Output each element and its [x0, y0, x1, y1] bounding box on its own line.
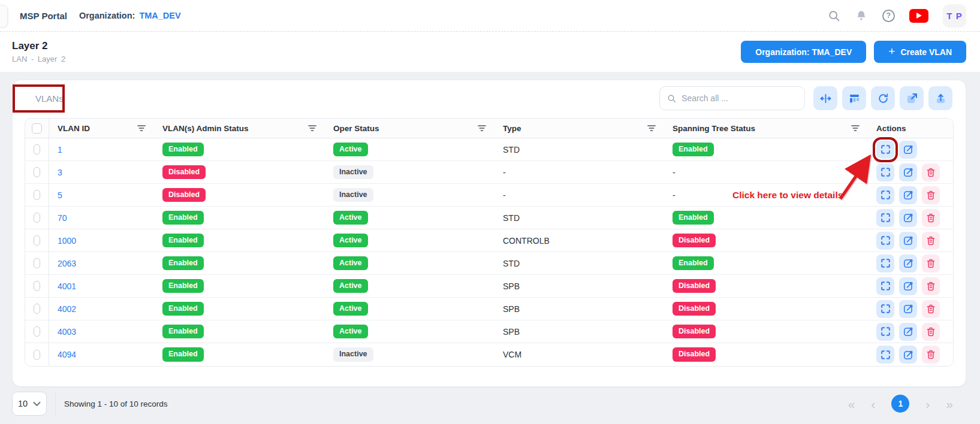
help-icon[interactable]: ? [882, 10, 895, 22]
edit-button[interactable] [899, 186, 917, 204]
column-header-spanning-tree[interactable]: Spanning Tree Status [664, 119, 868, 138]
view-details-button[interactable] [876, 277, 894, 295]
view-details-button[interactable] [876, 346, 894, 364]
export-button[interactable] [928, 86, 952, 110]
view-details-button[interactable] [876, 300, 894, 318]
edit-button[interactable] [899, 300, 917, 318]
view-details-button[interactable] [876, 141, 894, 159]
search-input[interactable] [682, 93, 797, 103]
vlan-id-link[interactable]: 1 [58, 145, 62, 155]
edit-button[interactable] [899, 141, 917, 159]
column-header-vlan-id[interactable]: VLAN ID [49, 119, 154, 138]
edit-button[interactable] [899, 232, 917, 250]
view-details-button[interactable] [876, 232, 894, 250]
vlan-id-link[interactable]: 5 [58, 190, 62, 200]
column-chooser-button[interactable] [842, 86, 866, 110]
vlan-id-link[interactable]: 4003 [58, 327, 76, 337]
edit-icon [903, 326, 914, 337]
plus-icon: + [888, 46, 895, 57]
row-checkbox[interactable] [34, 281, 40, 291]
filter-icon[interactable] [308, 125, 316, 132]
row-checkbox[interactable] [34, 190, 40, 200]
youtube-icon[interactable] [909, 9, 928, 23]
edit-button[interactable] [899, 346, 917, 364]
row-checkbox[interactable] [34, 350, 40, 360]
delete-button[interactable] [922, 186, 940, 204]
vlan-id-link[interactable]: 4001 [58, 281, 76, 291]
row-checkbox[interactable] [34, 304, 40, 314]
oper-status-badge: Inactive [333, 188, 373, 202]
view-details-button[interactable] [876, 323, 894, 341]
edit-button[interactable] [899, 209, 917, 227]
prev-page-button[interactable]: ‹ [871, 398, 875, 410]
view-details-button[interactable] [876, 186, 894, 204]
vlan-id-link[interactable]: 70 [58, 213, 67, 223]
view-details-button[interactable] [876, 209, 894, 227]
filter-icon[interactable] [478, 125, 486, 132]
avatar[interactable]: T P [943, 4, 966, 28]
sidebar-toggle-handle[interactable] [0, 5, 8, 28]
vlan-id-link[interactable]: 2063 [58, 259, 76, 268]
last-page-button[interactable]: » [946, 398, 953, 410]
type-value: - [503, 190, 506, 200]
column-header-oper-status[interactable]: Oper Status [325, 119, 494, 138]
table-row: 3 Disabled Inactive - - [25, 161, 953, 184]
row-checkbox[interactable] [34, 258, 40, 268]
trash-icon [925, 167, 936, 178]
expand-icon [880, 166, 891, 178]
filter-icon[interactable] [851, 125, 860, 132]
page-size-select[interactable]: 10 [12, 392, 47, 416]
edit-button[interactable] [899, 163, 917, 181]
edit-icon [903, 235, 914, 246]
view-details-button[interactable] [876, 163, 894, 181]
row-checkbox[interactable] [34, 144, 40, 155]
type-value: SPB [503, 327, 520, 337]
delete-button[interactable] [922, 255, 940, 272]
admin-status-badge: Enabled [162, 302, 204, 316]
refresh-button[interactable] [871, 86, 895, 110]
org-value-link[interactable]: TMA_DEV [139, 11, 180, 20]
tab-vlans[interactable]: VLANs [23, 86, 77, 112]
vlan-id-link[interactable]: 4002 [58, 304, 76, 314]
row-checkbox[interactable] [34, 167, 40, 177]
search-icon[interactable] [827, 9, 840, 22]
create-vlan-button[interactable]: + Create VLAN [874, 41, 966, 63]
delete-button[interactable] [922, 209, 940, 227]
row-checkbox[interactable] [34, 213, 40, 223]
first-page-button[interactable]: « [848, 398, 855, 410]
title-block: Layer 2 LAN - Layer 2 [12, 40, 65, 63]
edit-button[interactable] [899, 255, 917, 272]
current-page-button[interactable]: 1 [891, 395, 909, 413]
vlan-id-link[interactable]: 4094 [58, 350, 76, 359]
organization-button[interactable]: Organization: TMA_DEV [741, 41, 866, 63]
oper-status-badge: Active [333, 325, 368, 339]
column-header-type[interactable]: Type [494, 119, 664, 138]
delete-button[interactable] [922, 346, 940, 364]
edit-button[interactable] [899, 277, 917, 295]
open-in-new-button[interactable] [900, 86, 924, 110]
delete-button[interactable] [922, 300, 940, 318]
next-page-button[interactable]: › [925, 398, 930, 410]
expand-icon [880, 235, 891, 246]
filter-icon[interactable] [137, 125, 146, 132]
row-checkbox[interactable] [34, 235, 40, 246]
vlan-id-link[interactable]: 1000 [58, 236, 76, 246]
delete-button[interactable] [922, 232, 940, 250]
filter-icon[interactable] [647, 125, 656, 132]
vlan-id-link[interactable]: 3 [58, 168, 62, 177]
table-row: 4001 Enabled Active SPB Disabled [25, 275, 953, 298]
bell-icon[interactable] [855, 9, 868, 22]
column-header-admin-status[interactable]: VLAN(s) Admin Status [154, 119, 325, 138]
page-title: Layer 2 [12, 40, 65, 52]
table-footer: 10 Showing 1 - 10 of 10 records « ‹ 1 › … [12, 392, 966, 416]
view-details-button[interactable] [876, 255, 894, 272]
row-checkbox[interactable] [34, 326, 40, 337]
delete-button[interactable] [922, 277, 940, 295]
delete-button[interactable] [922, 163, 940, 181]
delete-button[interactable] [922, 323, 940, 341]
fit-columns-button[interactable] [813, 86, 837, 110]
spanning-tree-badge: Disabled [673, 347, 716, 362]
select-all-checkbox[interactable] [32, 123, 42, 134]
spanning-tree-badge: Disabled [673, 325, 716, 339]
edit-button[interactable] [899, 323, 917, 341]
